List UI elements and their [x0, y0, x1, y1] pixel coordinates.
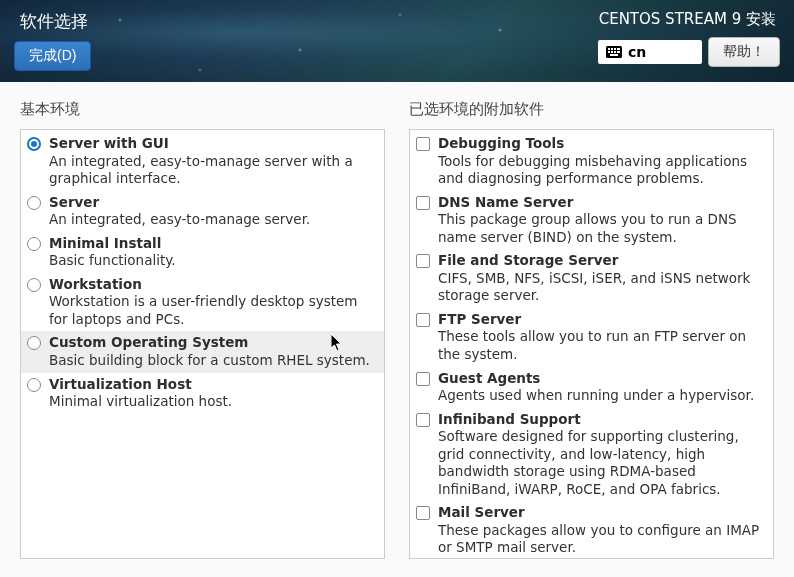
addon-option[interactable]: Mail Server These packages allow you to … [410, 501, 773, 559]
environment-option[interactable]: Server with GUI An integrated, easy-to-m… [21, 132, 384, 191]
checkbox-icon[interactable] [416, 506, 430, 523]
addon-title: Mail Server [438, 504, 765, 522]
installer-title: CENTOS STREAM 9 安装 [598, 10, 776, 29]
keyboard-icon [606, 46, 622, 58]
environment-option[interactable]: Virtualization Host Minimal virtualizati… [21, 373, 384, 414]
addons-list[interactable]: Debugging Tools Tools for debugging misb… [409, 129, 774, 559]
svg-rect-1 [608, 48, 610, 50]
addon-desc: These tools allow you to run an FTP serv… [438, 328, 765, 363]
environment-option[interactable]: Workstation Workstation is a user-friend… [21, 273, 384, 332]
addon-option[interactable]: DNS Name Server This package group allow… [410, 191, 773, 250]
header-bar: 软件选择 完成(D) CENTOS STREAM 9 安装 cn 帮助！ [0, 0, 794, 82]
content-area: 基本环境 Server with GUI An integrated, easy… [0, 82, 794, 577]
addon-desc: Agents used when running under a hypervi… [438, 387, 765, 405]
environment-title: Server [49, 194, 376, 212]
addon-option[interactable]: File and Storage Server CIFS, SMB, NFS, … [410, 249, 773, 308]
environment-desc: An integrated, easy-to-manage server wit… [49, 153, 376, 188]
addons-title: 已选环境的附加软件 [409, 100, 774, 119]
radio-icon[interactable] [27, 196, 41, 213]
svg-rect-4 [617, 48, 620, 50]
svg-rect-5 [608, 51, 610, 53]
radio-icon[interactable] [27, 137, 41, 154]
svg-rect-6 [611, 51, 613, 53]
addon-desc: Tools for debugging misbehaving applicat… [438, 153, 765, 188]
addon-title: FTP Server [438, 311, 765, 329]
checkbox-icon[interactable] [416, 313, 430, 330]
checkbox-icon[interactable] [416, 137, 430, 154]
base-environment-list[interactable]: Server with GUI An integrated, easy-to-m… [20, 129, 385, 559]
addon-desc: These packages allow you to configure an… [438, 522, 765, 557]
addon-title: Infiniband Support [438, 411, 765, 429]
environment-option[interactable]: Minimal Install Basic functionality. [21, 232, 384, 273]
svg-rect-3 [614, 48, 616, 50]
base-environment-column: 基本环境 Server with GUI An integrated, easy… [20, 100, 385, 559]
addon-title: Guest Agents [438, 370, 765, 388]
addon-title: Debugging Tools [438, 135, 765, 153]
radio-icon[interactable] [27, 336, 41, 353]
radio-icon[interactable] [27, 278, 41, 295]
addon-option[interactable]: FTP Server These tools allow you to run … [410, 308, 773, 367]
environment-title: Server with GUI [49, 135, 376, 153]
addon-option[interactable]: Infiniband Support Software designed for… [410, 408, 773, 502]
addon-title: DNS Name Server [438, 194, 765, 212]
checkbox-icon[interactable] [416, 196, 430, 213]
svg-rect-9 [610, 54, 618, 56]
environment-title: Minimal Install [49, 235, 376, 253]
environment-option[interactable]: Server An integrated, easy-to-manage ser… [21, 191, 384, 232]
base-environment-title: 基本环境 [20, 100, 385, 119]
addon-desc: This package group allows you to run a D… [438, 211, 765, 246]
keyboard-layout-indicator[interactable]: cn [598, 40, 702, 64]
environment-desc: An integrated, easy-to-manage server. [49, 211, 376, 229]
page-title: 软件选择 [20, 10, 91, 33]
checkbox-icon[interactable] [416, 413, 430, 430]
addon-option[interactable]: Guest Agents Agents used when running un… [410, 367, 773, 408]
environment-title: Workstation [49, 276, 376, 294]
addons-column: 已选环境的附加软件 Debugging Tools Tools for debu… [409, 100, 774, 559]
environment-title: Custom Operating System [49, 334, 376, 352]
environment-desc: Workstation is a user-friendly desktop s… [49, 293, 376, 328]
environment-desc: Basic building block for a custom RHEL s… [49, 352, 376, 370]
help-button[interactable]: 帮助！ [708, 37, 780, 67]
addon-title: File and Storage Server [438, 252, 765, 270]
svg-rect-7 [614, 51, 616, 53]
addon-desc: Software designed for supporting cluster… [438, 428, 765, 498]
done-button[interactable]: 完成(D) [14, 41, 91, 71]
checkbox-icon[interactable] [416, 254, 430, 271]
svg-rect-8 [617, 51, 620, 53]
addon-desc: CIFS, SMB, NFS, iSCSI, iSER, and iSNS ne… [438, 270, 765, 305]
environment-desc: Minimal virtualization host. [49, 393, 376, 411]
environment-desc: Basic functionality. [49, 252, 376, 270]
environment-title: Virtualization Host [49, 376, 376, 394]
keyboard-layout-code: cn [628, 44, 646, 60]
addon-option[interactable]: Debugging Tools Tools for debugging misb… [410, 132, 773, 191]
svg-rect-2 [611, 48, 613, 50]
radio-icon[interactable] [27, 378, 41, 395]
checkbox-icon[interactable] [416, 372, 430, 389]
radio-icon[interactable] [27, 237, 41, 254]
environment-option[interactable]: Custom Operating System Basic building b… [21, 331, 384, 372]
